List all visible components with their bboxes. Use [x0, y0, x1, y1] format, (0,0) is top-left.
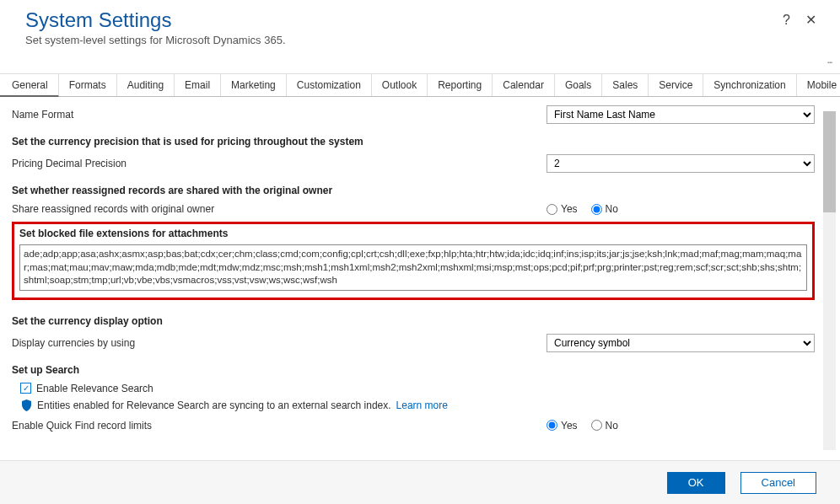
blocked-extensions-section: Set blocked file extensions for attachme…: [12, 222, 815, 300]
relevance-label: Enable Relevance Search: [36, 383, 153, 394]
search-heading: Set up Search: [12, 364, 815, 376]
tab-service[interactable]: Service: [649, 74, 703, 96]
blocked-heading: Set blocked file extensions for attachme…: [19, 228, 807, 239]
tab-synchronization[interactable]: Synchronization: [703, 74, 796, 96]
tab-email[interactable]: Email: [175, 74, 221, 96]
relevance-info-text: Entities enabled for Relevance Search ar…: [37, 399, 391, 411]
tab-general[interactable]: General: [0, 74, 59, 97]
reassign-label: Share reassigned records with original o…: [12, 203, 547, 215]
tab-mobile-client[interactable]: Mobile Client: [797, 74, 840, 96]
tab-calendar[interactable]: Calendar: [493, 74, 555, 96]
page-subtitle: Set system-level settings for Microsoft …: [25, 34, 815, 46]
currency-display-select[interactable]: Currency symbol: [547, 334, 815, 352]
tab-sales[interactable]: Sales: [602, 74, 649, 96]
tab-auditing[interactable]: Auditing: [117, 74, 175, 96]
blocked-extensions-input[interactable]: ade;adp;app;asa;ashx;asmx;asp;bas;bat;cd…: [19, 244, 807, 291]
currency-display-heading: Set the currency display option: [12, 315, 815, 327]
tab-outlook[interactable]: Outlook: [372, 74, 428, 96]
reassign-yes-radio[interactable]: Yes: [547, 203, 578, 215]
tab-customization[interactable]: Customization: [287, 74, 372, 96]
overflow-icon[interactable]: ...: [827, 52, 832, 66]
tab-goals[interactable]: Goals: [555, 74, 602, 96]
reassign-no-radio[interactable]: No: [591, 203, 618, 215]
ok-button[interactable]: OK: [667, 472, 725, 494]
tabs-bar: GeneralFormatsAuditingEmailMarketingCust…: [0, 73, 840, 97]
quickfind-label: Enable Quick Find record limits: [12, 420, 547, 432]
quickfind-no-radio[interactable]: No: [591, 420, 618, 432]
quickfind-yes-radio[interactable]: Yes: [547, 420, 578, 432]
pricing-precision-label: Pricing Decimal Precision: [12, 158, 547, 169]
currency-display-label: Display currencies by using: [12, 337, 547, 349]
content-area: Name Format First Name Last Name Set the…: [0, 97, 840, 434]
footer-bar: OK Cancel: [0, 460, 840, 504]
reassign-no-label: No: [606, 203, 618, 215]
page-title: System Settings: [25, 8, 815, 32]
tab-marketing[interactable]: Marketing: [221, 74, 287, 96]
name-format-label: Name Format: [12, 109, 547, 121]
pricing-precision-select[interactable]: 2: [547, 154, 815, 173]
reassign-heading: Set whether reassigned records are share…: [12, 185, 815, 196]
tab-reporting[interactable]: Reporting: [428, 74, 493, 96]
close-icon[interactable]: ✕: [805, 12, 816, 28]
reassign-yes-label: Yes: [561, 203, 578, 215]
relevance-checkbox[interactable]: ✓: [20, 383, 31, 394]
quickfind-no-label: No: [606, 420, 618, 432]
shield-icon: [20, 399, 32, 411]
name-format-select[interactable]: First Name Last Name: [547, 105, 815, 124]
quickfind-yes-label: Yes: [561, 420, 578, 432]
currency-precision-heading: Set the currency precision that is used …: [12, 136, 815, 147]
help-icon[interactable]: ?: [783, 13, 790, 28]
learn-more-link[interactable]: Learn more: [396, 399, 448, 411]
tab-formats[interactable]: Formats: [59, 74, 117, 96]
cancel-button[interactable]: Cancel: [740, 472, 816, 494]
